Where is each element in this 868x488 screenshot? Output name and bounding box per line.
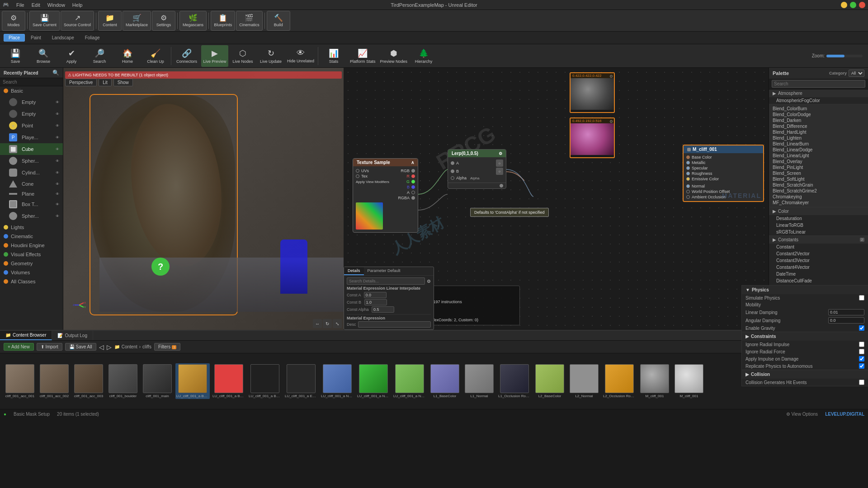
blend-overlay[interactable]: Blend_Overlay xyxy=(773,159,864,164)
blend-hardlight[interactable]: Blend_HardLight xyxy=(773,129,864,135)
nav-scale[interactable]: ⤡ xyxy=(333,319,342,328)
blend-pinlight[interactable]: Blend_PinLight xyxy=(773,164,864,170)
const-alpha-input[interactable] xyxy=(372,306,394,313)
srgbtolinear[interactable]: sRGBToLinear xyxy=(769,229,868,235)
blueprints-button[interactable]: 📋 Blueprints xyxy=(211,11,235,31)
search-button[interactable]: 🔎 Search xyxy=(86,45,113,67)
asset-lu-normal-d[interactable]: LU_cliff_001_a Normal_D xyxy=(392,363,427,399)
asset-cliff-001-main[interactable]: cliff_001_main xyxy=(141,363,174,399)
blend-darken[interactable]: Blend_Darken xyxy=(773,117,864,123)
live-preview-button[interactable]: ▶ Live Preview xyxy=(201,45,228,67)
nav-forward-icon[interactable]: ▷ xyxy=(107,343,112,351)
blend-colordodge[interactable]: Blend_ColorDodge xyxy=(773,112,864,117)
list-item-point[interactable]: • Point 👁 xyxy=(0,120,63,131)
asset-lu-normal[interactable]: LU_cliff_001_a Normal xyxy=(320,363,354,399)
blend-scratchgrain[interactable]: Blend_ScratchGrain xyxy=(773,182,864,188)
apply-impulse-cb[interactable] xyxy=(859,356,864,361)
blend-lineardodge[interactable]: Blend_LinearDodge xyxy=(773,147,864,153)
list-item-empty-1[interactable]: Empty 👁 xyxy=(0,96,63,108)
collision-generates-cb[interactable] xyxy=(859,380,864,385)
import-button[interactable]: ⬆ Import xyxy=(37,343,62,351)
apply-button[interactable]: ✔ Apply xyxy=(58,45,85,67)
menu-file[interactable]: File xyxy=(16,2,24,8)
blend-lighten[interactable]: Blend_Lighten xyxy=(773,135,864,141)
clean-up-button[interactable]: 🧹 Clean Up xyxy=(142,45,169,67)
megascans-button[interactable]: 🌿 Megascans xyxy=(179,11,207,31)
angular-damping-input[interactable] xyxy=(828,317,864,324)
atmosphere-cat-header[interactable]: ▶ Atmosphere xyxy=(769,89,868,97)
mf-chromakeyer[interactable]: MF_Chromakeyer xyxy=(773,200,864,206)
constants-cat-header[interactable]: ▶ Constants 2 xyxy=(769,236,868,244)
settings-button[interactable]: ⚙ Settings xyxy=(152,11,175,31)
blend-colorburn[interactable]: Blend_ColorBurn xyxy=(773,106,864,112)
list-item-empty-2[interactable]: Empty 👁 xyxy=(0,108,63,120)
alpha-hover-area[interactable]: Alpha xyxy=(470,176,479,180)
asset-l1-basecolor[interactable]: L1_BaseColor xyxy=(429,363,461,399)
constant[interactable]: Constant xyxy=(769,244,868,250)
asset-l1-normal[interactable]: L1_Normal xyxy=(463,363,495,399)
asset-lu-normal-0[interactable]: LU_cliff_001_a Normal_0 xyxy=(356,363,391,399)
minimize-button[interactable] xyxy=(841,2,847,8)
connectors-button[interactable]: 🔗 Connectors xyxy=(173,45,200,67)
details-settings-icon[interactable]: ⚙ xyxy=(427,279,431,284)
desaturation[interactable]: Desaturation xyxy=(769,215,868,222)
const-b-input[interactable] xyxy=(364,299,387,305)
preview-nodes-button[interactable]: ⬢ Preview Nodes xyxy=(378,45,410,67)
ignore-radial-force-cb[interactable] xyxy=(859,349,864,354)
tex-sample-collapse[interactable]: ∧ xyxy=(411,160,414,165)
live-nodes-button[interactable]: ⬡ Live Nodes xyxy=(229,45,256,67)
stats-button[interactable]: 📊 Stats xyxy=(320,45,347,67)
source-control-button[interactable]: ↗ Source Control xyxy=(61,11,94,31)
home-button[interactable]: 🏠 Home xyxy=(114,45,141,67)
nav-translate[interactable]: ↔ xyxy=(313,319,322,328)
close-button[interactable] xyxy=(859,2,865,8)
save-all-button[interactable]: 💾 Save All xyxy=(65,343,96,351)
hide-unrelated-button[interactable]: 👁 Hide Unrelated xyxy=(285,45,316,67)
parameter-tab[interactable]: Parameter Default xyxy=(364,267,404,275)
palette-category-select[interactable]: All xyxy=(849,70,864,77)
linear-damping-input[interactable] xyxy=(828,309,864,315)
help-icon[interactable]: ? xyxy=(151,258,170,276)
asset-cliff-001-002[interactable]: cliff_001_acc_002 xyxy=(38,363,71,399)
palette-search-input[interactable] xyxy=(772,80,865,88)
asset-lu-emissive[interactable]: LU_cliff_001_a EmissiveHeight xyxy=(284,363,318,399)
perspective-button[interactable]: Perspective xyxy=(65,79,97,86)
list-item-cube[interactable]: ⬜ Cube 👁 xyxy=(0,143,63,155)
category-geometry[interactable]: Geometry xyxy=(0,259,63,268)
texture-sample-node[interactable]: Texture Sample ∧ UVs RGB Tex R xyxy=(353,158,418,233)
constant3vector[interactable]: Constant3Vector xyxy=(769,257,868,264)
datetime[interactable]: DateTime xyxy=(769,271,868,277)
blend-softlight[interactable]: Blend_SoftLight xyxy=(773,176,864,182)
place-mode[interactable]: Place xyxy=(4,34,25,42)
list-item-sphere-2[interactable]: Spher... 👁 xyxy=(0,210,63,222)
category-vfx[interactable]: Visual Effects xyxy=(0,250,63,259)
category-cinematic[interactable]: Cinematic xyxy=(0,232,63,241)
3d-viewport[interactable]: ? ⚠ LIGHTING NEEDS TO BE REBUILT (1 obje… xyxy=(63,68,344,330)
desc-input[interactable] xyxy=(358,321,431,328)
save-button[interactable]: 💾 Save xyxy=(2,45,29,67)
details-tab[interactable]: Details xyxy=(344,267,364,275)
lerp-a-pin-out[interactable]: ○ xyxy=(496,160,503,167)
list-item-cylinder[interactable]: Cylind... 👁 xyxy=(0,167,63,178)
output-log-tab[interactable]: 📝 Output Log xyxy=(52,331,93,340)
asset-m-cliff-001-mat[interactable]: M_cliff_001 xyxy=(673,363,705,399)
enable-gravity-checkbox[interactable] xyxy=(859,325,864,331)
view-options[interactable]: ⚙ View Options xyxy=(786,412,818,417)
blend-linearlight[interactable]: Blend_LinearLight xyxy=(773,153,864,159)
list-item-box[interactable]: Box T... 👁 xyxy=(0,198,63,210)
platform-stats-button[interactable]: 📈 Platform Stats xyxy=(348,45,377,67)
breadcrumb-content[interactable]: Content xyxy=(122,344,137,349)
constraints-header[interactable]: ▶ Constraints xyxy=(742,332,868,341)
list-item-player[interactable]: P Playe... 👁 xyxy=(0,131,63,143)
blend-linearburn[interactable]: Blend_LinearBurn xyxy=(773,141,864,147)
category-lights[interactable]: Lights xyxy=(0,223,63,232)
palette-item-atmospheric[interactable]: AtmosphericFogColor xyxy=(769,97,868,104)
asset-l2-occlusion[interactable]: L2_Occlusion Roughness xyxy=(602,363,637,399)
maximize-button[interactable] xyxy=(850,2,856,8)
list-item-plane[interactable]: Plane 👁 xyxy=(0,189,63,198)
asset-lu-basecolor[interactable]: LU_cliff_001_a BaseColor xyxy=(175,363,210,399)
nav-back-icon[interactable]: ◁ xyxy=(99,343,104,351)
lerp-settings[interactable]: ⚙ xyxy=(499,151,502,156)
content-browser-tab[interactable]: 📁 Content Browser xyxy=(0,331,52,340)
category-basic[interactable]: Basic xyxy=(0,86,63,95)
